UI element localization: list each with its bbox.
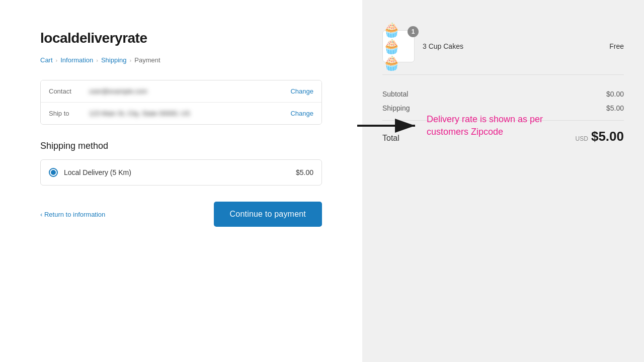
breadcrumb: Cart › Information › Shipping › Payment bbox=[40, 56, 322, 64]
return-to-information-link[interactable]: ‹ Return to information bbox=[40, 211, 105, 218]
radio-button[interactable] bbox=[49, 168, 58, 177]
currency-label: USD bbox=[576, 135, 588, 142]
continue-to-payment-button[interactable]: Continue to payment bbox=[214, 202, 322, 227]
form-actions: ‹ Return to information Continue to paym… bbox=[40, 202, 322, 227]
contact-label: Contact bbox=[49, 87, 89, 95]
shipto-change-button[interactable]: Change bbox=[290, 110, 313, 117]
grand-total-right: USD $5.00 bbox=[576, 129, 624, 144]
left-panel: localdeliveryrate Cart › Information › S… bbox=[0, 0, 362, 362]
shipping-value: $5.00 bbox=[606, 104, 624, 112]
right-panel: 🧁🧁🧁 1 3 Cup Cakes Free Subtotal $0.00 Sh… bbox=[362, 0, 644, 362]
breadcrumb-sep-1: › bbox=[56, 57, 58, 63]
subtotal-value: $0.00 bbox=[606, 90, 624, 98]
contact-row: Contact user@example.com Change bbox=[41, 80, 321, 102]
product-image-wrapper: 🧁🧁🧁 1 bbox=[382, 30, 415, 62]
subtotal-label: Subtotal bbox=[382, 90, 408, 98]
grand-total-amount: $5.00 bbox=[591, 129, 624, 144]
shipping-option-price: $5.00 bbox=[296, 168, 313, 176]
contact-info-box: Contact user@example.com Change Ship to … bbox=[40, 80, 322, 125]
product-name: 3 Cup Cakes bbox=[423, 42, 601, 50]
shipping-option-label: Local Delivery (5 Km) bbox=[64, 168, 290, 176]
product-price: Free bbox=[609, 42, 624, 50]
breadcrumb-sep-2: › bbox=[96, 57, 98, 63]
subtotal-row: Subtotal $0.00 bbox=[382, 87, 624, 101]
quantity-badge: 1 bbox=[408, 26, 419, 37]
radio-inner bbox=[51, 170, 56, 175]
shipping-method-title: Shipping method bbox=[40, 141, 322, 151]
breadcrumb-sep-3: › bbox=[130, 57, 132, 63]
contact-value: user@example.com bbox=[89, 87, 290, 95]
breadcrumb-information[interactable]: Information bbox=[60, 56, 93, 64]
contact-change-button[interactable]: Change bbox=[290, 87, 313, 95]
arrow-icon bbox=[352, 111, 423, 141]
shipping-option[interactable]: Local Delivery (5 Km) $5.00 bbox=[40, 159, 322, 186]
breadcrumb-cart[interactable]: Cart bbox=[40, 56, 53, 64]
annotation-text: Delivery rate is shown as per customers … bbox=[427, 113, 547, 138]
order-item: 🧁🧁🧁 1 3 Cup Cakes Free bbox=[382, 30, 624, 75]
annotation-wrapper: Delivery rate is shown as per customers … bbox=[352, 111, 547, 141]
shipto-row: Ship to 123 Main St, City, State 00000, … bbox=[41, 102, 321, 124]
store-title: localdeliveryrate bbox=[40, 30, 322, 46]
breadcrumb-payment: Payment bbox=[134, 56, 160, 64]
breadcrumb-shipping[interactable]: Shipping bbox=[101, 56, 127, 64]
shipto-value: 123 Main St, City, State 00000, US bbox=[89, 110, 290, 117]
shipto-label: Ship to bbox=[49, 110, 89, 117]
